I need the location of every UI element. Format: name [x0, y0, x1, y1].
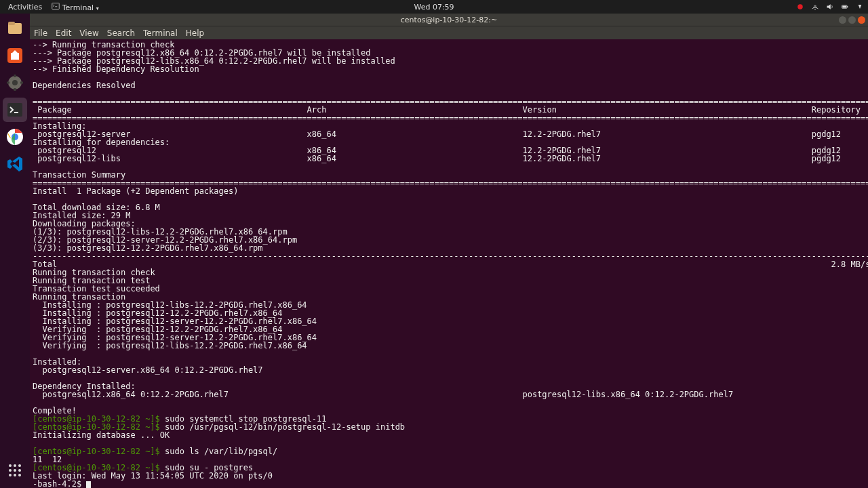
- svg-point-2: [814, 9, 816, 10]
- svg-rect-7: [8, 22, 15, 25]
- activities-button[interactable]: Activities: [4, 3, 46, 12]
- svg-point-27: [18, 474, 21, 476]
- menu-view[interactable]: View: [79, 28, 98, 38]
- dock-software[interactable]: [3, 43, 27, 68]
- svg-point-19: [9, 464, 12, 467]
- terminal-app-icon: [52, 2, 60, 10]
- battery-icon[interactable]: [841, 3, 849, 11]
- app-menu-label: Terminal: [62, 3, 94, 12]
- dock-terminal[interactable]: [3, 98, 27, 122]
- clock[interactable]: Wed 07:59: [414, 3, 454, 12]
- svg-point-11: [12, 80, 18, 85]
- dock-settings[interactable]: [3, 70, 27, 95]
- svg-point-22: [9, 469, 12, 472]
- svg-point-23: [14, 469, 16, 472]
- svg-point-25: [9, 474, 12, 476]
- dock-show-apps[interactable]: [3, 458, 27, 483]
- svg-point-24: [18, 469, 21, 472]
- svg-rect-4: [847, 6, 848, 7]
- network-icon[interactable]: [811, 3, 819, 11]
- svg-rect-5: [842, 6, 846, 8]
- window-title: centos@ip-10-30-12-82:~: [401, 16, 497, 24]
- menu-edit[interactable]: Edit: [56, 28, 71, 38]
- svg-rect-16: [7, 103, 22, 117]
- terminal-window: centos@ip-10-30-12-82:~ File Edit View S…: [30, 14, 868, 488]
- terminal-menu-bar: File Edit View Search Terminal Help: [30, 26, 868, 39]
- screen-record-icon[interactable]: [796, 3, 804, 11]
- volume-icon[interactable]: [826, 3, 834, 11]
- window-maximize-button[interactable]: [848, 16, 856, 24]
- app-menu-terminal[interactable]: Terminal: [47, 2, 103, 12]
- power-icon[interactable]: [856, 3, 864, 11]
- svg-point-26: [14, 474, 16, 476]
- dock-files[interactable]: [3, 16, 27, 41]
- svg-point-20: [14, 464, 16, 467]
- gnome-top-bar: Activities Terminal Wed 07:59: [0, 0, 868, 14]
- svg-rect-0: [52, 3, 60, 9]
- terminal-output[interactable]: --> Running transaction check ---> Packa…: [30, 39, 868, 488]
- menu-help[interactable]: Help: [186, 28, 204, 38]
- svg-point-1: [797, 4, 803, 9]
- svg-point-21: [18, 464, 21, 467]
- menu-terminal[interactable]: Terminal: [143, 28, 178, 38]
- menu-file[interactable]: File: [34, 28, 47, 38]
- dock-chrome[interactable]: [3, 125, 27, 149]
- window-minimize-button[interactable]: [839, 16, 846, 24]
- window-title-bar[interactable]: centos@ip-10-30-12-82:~: [30, 14, 868, 26]
- dock: [0, 14, 30, 488]
- window-close-button[interactable]: [858, 16, 865, 24]
- svg-rect-9: [11, 53, 19, 60]
- dock-vscode[interactable]: [3, 152, 27, 176]
- terminal-cursor: [86, 481, 91, 488]
- menu-search[interactable]: Search: [107, 28, 135, 38]
